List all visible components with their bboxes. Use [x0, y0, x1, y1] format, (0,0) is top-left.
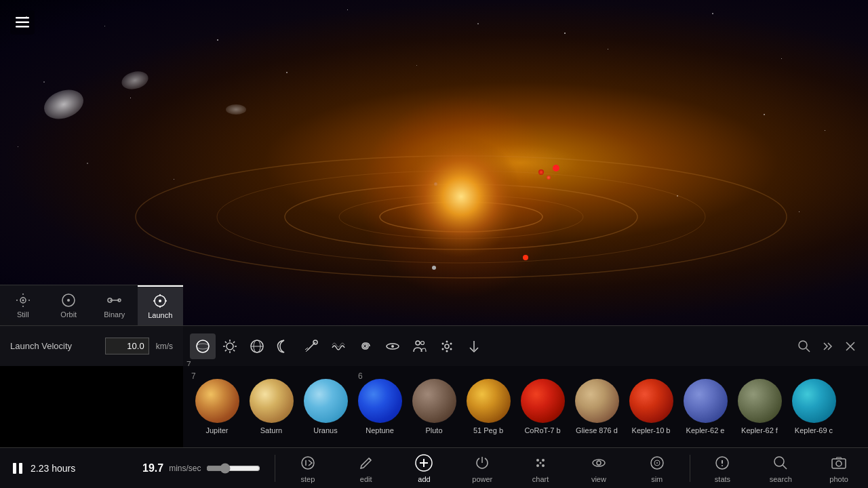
kepler62f-img	[738, 379, 782, 423]
planet-jupiter[interactable]: Jupiter	[190, 375, 244, 438]
planet-51pegb[interactable]: 51 Peg b	[461, 375, 515, 438]
svg-point-16	[22, 306, 24, 307]
speed-slider[interactable]	[206, 463, 260, 474]
svg-point-69	[542, 459, 545, 462]
planet-kepler10b[interactable]: Kepler-10 b	[624, 375, 678, 438]
svg-line-37	[225, 341, 226, 342]
toolbar-close-btn[interactable]	[840, 336, 861, 357]
time-value: 2.23 hours	[31, 463, 75, 474]
kepler62f-name: Kepler-62 f	[741, 426, 778, 434]
svg-point-6	[400, 136, 522, 258]
pluto-img	[412, 379, 456, 423]
planet-count-left: 7	[191, 371, 196, 381]
svg-line-57	[806, 348, 810, 352]
planet-neptune[interactable]: Neptune	[353, 375, 407, 438]
view-icon	[589, 453, 608, 472]
still-icon	[16, 293, 31, 308]
kepler10b-img	[629, 379, 673, 423]
svg-point-80	[722, 465, 723, 466]
search-icon	[771, 453, 790, 472]
51pegb-img	[467, 379, 511, 423]
jupiter-img	[195, 379, 239, 423]
divider-2	[690, 455, 690, 482]
bottom-tool-photo[interactable]: photo	[810, 448, 868, 489]
planet-pluto[interactable]: Pluto	[407, 375, 461, 438]
svg-point-30	[197, 340, 209, 352]
toolbar-down-icon[interactable]	[461, 333, 487, 359]
svg-point-70	[536, 464, 539, 467]
mode-binary[interactable]: Binary	[92, 285, 138, 326]
planet-kepler62e[interactable]: Kepler-62 e	[678, 375, 732, 438]
planet-corot7b[interactable]: CoRoT-7 b	[515, 375, 570, 438]
bottom-tool-view[interactable]: view	[570, 448, 628, 489]
toolbar-collapse-btn[interactable]	[816, 336, 838, 357]
bottom-tool-search[interactable]: search	[751, 448, 810, 489]
bottom-tool-chart[interactable]: chart	[511, 448, 570, 489]
planet-kepler62f[interactable]: Kepler-62 f	[732, 375, 787, 438]
launch-velocity-unit: km/s	[156, 342, 173, 351]
bottom-tool-sim[interactable]: sim	[628, 448, 686, 489]
hamburger-menu[interactable]	[10, 10, 35, 35]
time-area: 2.23 hours	[0, 461, 136, 476]
toolbar-moon-icon[interactable]	[271, 333, 297, 359]
bottom-tool-power[interactable]: power	[453, 448, 511, 489]
toolbar-planet-icon[interactable]	[190, 333, 216, 359]
svg-point-72	[540, 462, 542, 464]
svg-line-40	[225, 350, 226, 351]
mode-orbit[interactable]: Orbit	[46, 285, 92, 326]
toolbar-search-btn[interactable]	[793, 336, 815, 357]
planet-selector[interactable]: 7 6 Jupiter Saturn Uranus Neptune Pluto …	[183, 366, 868, 447]
chart-label: chart	[532, 475, 549, 483]
toolbar-comet-icon[interactable]	[298, 333, 324, 359]
svg-point-18	[28, 300, 30, 301]
binary-label: Binary	[104, 310, 125, 319]
svg-point-49	[445, 344, 449, 348]
planet-kepler69c[interactable]: Kepler-69 c	[787, 375, 841, 438]
toolbar-ring-icon[interactable]	[380, 333, 406, 359]
svg-point-81	[774, 457, 784, 466]
uranus-img	[304, 379, 348, 423]
binary-icon	[107, 293, 122, 308]
svg-point-7	[553, 165, 559, 171]
launch-velocity-panel: Launch Velocity km/s	[0, 325, 183, 366]
space-background	[0, 0, 868, 325]
bottom-tool-step[interactable]: step	[279, 448, 337, 489]
toolbar-earth-icon[interactable]	[244, 333, 270, 359]
svg-point-53	[450, 348, 452, 350]
launch-velocity-input[interactable]	[105, 338, 149, 354]
stats-label: stats	[715, 475, 730, 483]
step-icon	[298, 453, 317, 472]
power-icon	[473, 453, 492, 472]
sim-icon	[648, 453, 667, 472]
planet-saturn[interactable]: Saturn	[244, 375, 298, 438]
add-label: add	[418, 475, 430, 483]
toolbar-wave-icon[interactable]	[326, 333, 351, 359]
svg-point-71	[542, 464, 545, 467]
mode-launch[interactable]: Launch	[138, 285, 184, 326]
mode-still[interactable]: Still	[0, 285, 46, 326]
sim-label: sim	[651, 475, 663, 483]
add-icon	[414, 453, 433, 472]
bottom-tool-stats[interactable]: stats	[694, 448, 752, 489]
kepler69c-img	[792, 379, 836, 423]
mode-bar: Still Orbit Binary	[0, 285, 183, 325]
svg-point-25	[159, 300, 161, 302]
jupiter-name: Jupiter	[205, 426, 228, 434]
toolbar-people-icon[interactable]	[407, 333, 433, 359]
toolbar-sun-icon[interactable]	[217, 333, 243, 359]
51pegb-name: 51 Peg b	[473, 426, 503, 434]
gliese876d-img	[575, 379, 619, 423]
planet-uranus[interactable]: Uranus	[298, 375, 353, 438]
planet-gliese876d[interactable]: Gliese 876 d	[570, 375, 624, 438]
svg-point-77	[656, 462, 658, 464]
bottom-tool-add[interactable]: add	[395, 448, 454, 489]
step-label: step	[301, 475, 315, 483]
svg-line-82	[783, 465, 787, 469]
toolbar-cluster-icon[interactable]	[434, 333, 460, 359]
corot7b-img	[521, 379, 565, 423]
toolbar-spiral-icon[interactable]	[353, 333, 378, 359]
svg-line-63	[369, 458, 371, 460]
pause-button[interactable]	[10, 461, 25, 476]
bottom-tool-edit[interactable]: edit	[337, 448, 395, 489]
svg-rect-12	[16, 26, 29, 28]
